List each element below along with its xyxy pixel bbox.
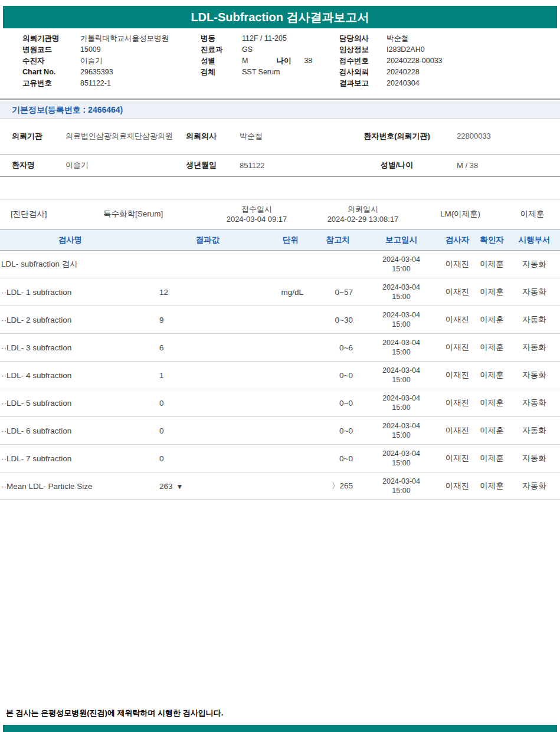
reported-time: 15:00 <box>363 375 439 385</box>
info-label: 진료과 <box>201 44 242 55</box>
info-label: 수진자 <box>22 55 80 67</box>
basic-value: 박순철 <box>239 119 345 154</box>
test-reference: 0~6 <box>307 334 363 362</box>
request-datetime: 의뢰일시 2024-02-29 13:08:17 <box>310 204 416 224</box>
basic-label: 성별/나이 <box>345 154 448 176</box>
basic-value: 이슬기 <box>65 154 174 176</box>
test-result-value: 6 <box>159 343 164 352</box>
test-result: 12 <box>140 278 236 306</box>
reported-date: 2024-03-04 <box>363 421 439 431</box>
reported-time: 15:00 <box>363 320 439 329</box>
column-header-unit: 단위 <box>236 230 307 251</box>
request-value: 2024-02-29 13:08:17 <box>310 214 416 224</box>
info-label: Chart No. <box>22 67 80 78</box>
reported-date: 2024-03-04 <box>363 338 439 347</box>
test-reported-datetime: 2024-03-0415:00 <box>363 334 440 362</box>
test-name: ··LDL- 5 subfraction <box>0 389 140 417</box>
request-label: 의뢰일시 <box>310 204 416 214</box>
test-reported-datetime: 2024-03-0415:00 <box>363 306 440 334</box>
test-dept: 자동화 <box>509 334 560 362</box>
info-label: 임상정보 <box>339 44 387 55</box>
basic-value: 22800033 <box>448 119 560 154</box>
basic-info-row: 환자명 이슬기 생년월일 851122 성별/나이 M / 38 <box>0 154 560 176</box>
reported-date: 2024-03-04 <box>363 255 439 264</box>
info-value: 20240228-00033 <box>387 57 443 65</box>
reported-time: 15:00 <box>363 431 439 440</box>
test-confirmer: 이제훈 <box>475 306 509 334</box>
test-dept: 자동화 <box>509 472 560 500</box>
report-title: LDL-Subfraction 검사결과보고서 <box>191 9 369 25</box>
info-value: 29635393 <box>80 68 113 76</box>
column-header-dept: 시행부서 <box>509 230 560 251</box>
column-header-test-name: 검사명 <box>0 230 140 251</box>
test-tester: 이재진 <box>440 472 475 500</box>
result-row: ··Mean LDL- Particle Size 263▼ 〉265 2024… <box>0 472 560 500</box>
low-flag-icon: ▼ <box>176 482 184 491</box>
column-header-reported: 보고일시 <box>363 230 440 251</box>
reported-date: 2024-03-04 <box>363 366 439 375</box>
info-value: 15009 <box>80 45 101 54</box>
info-row: 수진자이슬기 <box>22 55 169 67</box>
test-name: ··Mean LDL- Particle Size <box>0 472 140 500</box>
top-info-right-column: 담당의사박순철 임상정보I283D2AH0 접수번호20240228-00033… <box>339 33 443 89</box>
result-row: ··LDL- 5 subfraction 0 0~0 2024-03-0415:… <box>0 389 560 417</box>
test-result-value: 0 <box>159 399 164 408</box>
test-name: ··LDL- 7 subfraction <box>0 445 140 472</box>
info-value: 이슬기 <box>80 57 103 65</box>
basic-info-table: 의뢰기관 의료법인삼광의료재단삼광의원 의뢰의사 박순철 환자번호(의뢰기관) … <box>0 119 560 177</box>
column-header-confirmer: 확인자 <box>475 230 509 251</box>
test-name: ··LDL- 4 subfraction <box>0 362 140 389</box>
basic-label: 환자명 <box>0 154 65 176</box>
delegation-note: 본 검사는 은평성모병원(진검)에 제위탁하며 시행한 검사입니다. <box>6 708 223 718</box>
top-info-middle-column: 병동112F / 11-205 진료과GS 성별M나이38 검체SST Seru… <box>201 33 312 78</box>
test-result-value: 263 <box>159 482 173 491</box>
test-result: 1 <box>140 362 236 389</box>
receipt-value: 2024-03-04 09:17 <box>204 214 310 224</box>
test-result-value: 0 <box>159 454 164 463</box>
result-row: ··LDL- 6 subfraction 0 0~0 2024-03-0415:… <box>0 417 560 445</box>
basic-label: 의뢰기관 <box>0 119 65 154</box>
test-result: 9 <box>140 306 236 334</box>
info-label: 고유번호 <box>22 78 80 89</box>
test-result: 6 <box>140 334 236 362</box>
test-section-bar: [진단검사] 특수화학[Serum] 접수일시 2024-03-04 09:17… <box>0 199 560 230</box>
test-reference: 0~30 <box>307 306 363 334</box>
bottom-teal-bar <box>3 725 557 732</box>
info-label: 병원코드 <box>22 44 80 55</box>
info-row: 진료과GS <box>201 44 312 55</box>
test-tester: 이재진 <box>440 417 475 445</box>
result-row: ··LDL- 1 subfraction 12 mg/dL 0~57 2024-… <box>0 278 560 306</box>
info-row: 검사의뢰20240228 <box>339 67 443 78</box>
report-page: LDL-Subfraction 검사결과보고서 의뢰기관명가톨릭대학교서울성모병… <box>0 6 560 500</box>
info-value: 박순철 <box>387 34 409 42</box>
test-unit <box>236 362 307 389</box>
reported-date: 2024-03-04 <box>363 393 439 403</box>
info-row: 병원코드15009 <box>22 44 169 55</box>
info-value: GS <box>242 45 253 54</box>
test-confirmer: 이제훈 <box>475 334 509 362</box>
test-unit <box>236 389 307 417</box>
info-value: 851122-1 <box>80 79 111 87</box>
test-result: 0 <box>140 389 236 417</box>
reported-date: 2024-03-04 <box>363 449 439 458</box>
test-result: 0 <box>140 445 236 472</box>
info-label: 병동 <box>201 33 242 44</box>
test-result-value: 0 <box>159 426 164 435</box>
info-row: 접수번호20240228-00033 <box>339 55 443 67</box>
result-row: LDL- subfraction 검사 2024-03-0415:00 이재진 … <box>0 251 560 278</box>
test-name: ··LDL- 1 subfraction <box>0 278 140 306</box>
top-info-section: 의뢰기관명가톨릭대학교서울성모병원 병원코드15009 수진자이슬기 Chart… <box>0 33 560 90</box>
info-value: 20240228 <box>387 68 420 76</box>
info-value: 20240304 <box>387 79 420 87</box>
test-tester: 이재진 <box>440 251 475 278</box>
info-row: 검체SST Serum <box>201 67 312 78</box>
test-dept: 자동화 <box>509 389 560 417</box>
receipt-datetime: 접수일시 2024-03-04 09:17 <box>204 204 310 224</box>
test-name: LDL- subfraction 검사 <box>0 251 140 278</box>
test-reference: 0~0 <box>307 417 363 445</box>
test-result <box>140 251 236 278</box>
result-row: ··LDL- 7 subfraction 0 0~0 2024-03-0415:… <box>0 445 560 472</box>
info-label: 검체 <box>201 67 242 78</box>
info-row: 결과보고20240304 <box>339 78 443 89</box>
info-row: 의뢰기관명가톨릭대학교서울성모병원 <box>22 33 169 44</box>
